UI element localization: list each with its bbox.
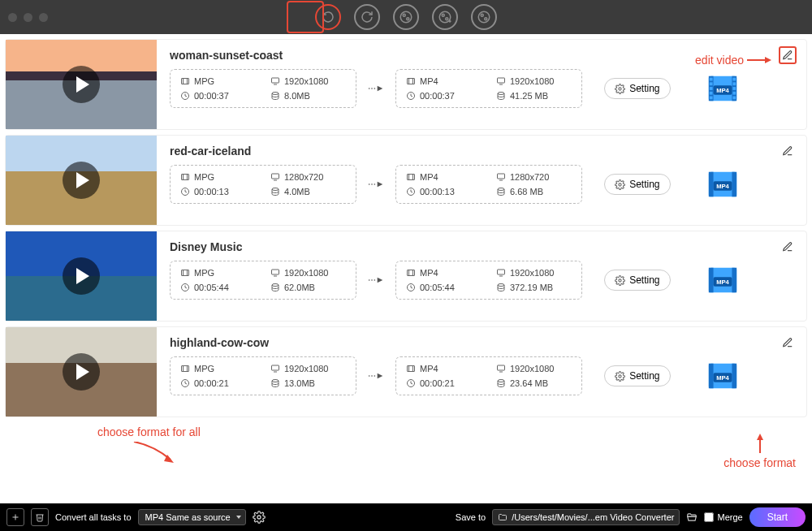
svg-rect-11 xyxy=(182,79,189,84)
dst-format: MP4 xyxy=(420,172,438,182)
play-icon[interactable] xyxy=(63,353,100,391)
svg-point-20 xyxy=(374,88,376,89)
source-info-card: MPG 1920x1080 00:05:44 62.0MB xyxy=(170,261,356,300)
close-window-icon[interactable] xyxy=(8,13,17,22)
src-format: MPG xyxy=(194,76,214,86)
svg-rect-35 xyxy=(710,92,713,95)
open-folder-icon[interactable] xyxy=(686,512,698,523)
src-resolution: 1920x1080 xyxy=(284,268,328,278)
film-plus-icon[interactable] xyxy=(393,4,419,30)
svg-rect-21 xyxy=(408,79,415,84)
svg-point-61 xyxy=(619,183,621,185)
svg-rect-110 xyxy=(732,364,736,389)
svg-point-2 xyxy=(407,18,409,20)
choose-format-button[interactable]: MP4 xyxy=(705,358,741,394)
svg-rect-36 xyxy=(710,97,713,100)
src-resolution: 1920x1080 xyxy=(284,364,328,373)
video-thumbnail[interactable] xyxy=(6,327,157,417)
svg-rect-93 xyxy=(272,365,279,370)
add-button[interactable] xyxy=(6,508,24,526)
video-thumbnail[interactable] xyxy=(6,231,157,321)
source-info-card: MPG 1920x1080 00:00:37 8.0MB xyxy=(170,69,356,108)
choose-format-button[interactable]: MP4 xyxy=(705,166,741,202)
play-icon[interactable] xyxy=(63,162,100,199)
dst-format: MP4 xyxy=(420,76,438,86)
target-info-card: MP4 1920x1080 00:00:21 23.64 MB xyxy=(395,356,582,395)
src-size: 4.0MB xyxy=(284,187,310,196)
edit-video-button[interactable] xyxy=(779,46,797,64)
src-format: MPG xyxy=(194,364,214,373)
video-title: Disney Music xyxy=(170,240,242,253)
film-icon[interactable] xyxy=(471,4,497,30)
refresh-dim-icon[interactable] xyxy=(354,4,380,30)
dst-resolution: 1920x1080 xyxy=(510,76,554,86)
gear-icon[interactable] xyxy=(253,511,266,524)
src-duration: 00:00:37 xyxy=(194,91,229,101)
src-format: MPG xyxy=(194,268,214,278)
svg-point-97 xyxy=(369,375,370,377)
setting-button[interactable]: Setting xyxy=(604,270,670,291)
play-icon[interactable] xyxy=(63,66,100,103)
svg-point-51 xyxy=(369,183,370,185)
svg-point-19 xyxy=(371,88,373,89)
dst-duration: 00:00:21 xyxy=(420,378,455,388)
bottom-bar: Convert all tasks to MP4 Same as source … xyxy=(0,503,812,531)
choose-format-button[interactable]: MP4 xyxy=(705,71,741,106)
svg-rect-57 xyxy=(498,174,505,179)
arrow-right-icon xyxy=(365,371,387,381)
convert-format-select[interactable]: MP4 Same as source xyxy=(138,509,246,525)
svg-point-9 xyxy=(481,14,483,16)
dst-size: 41.25 MB xyxy=(510,91,548,101)
svg-rect-86 xyxy=(709,268,714,293)
merge-input[interactable] xyxy=(704,512,714,522)
dst-format: MP4 xyxy=(420,268,438,278)
save-path-value: /Users/test/Movies/...em Video Converter xyxy=(512,512,674,522)
start-button[interactable]: Start xyxy=(749,507,806,527)
svg-rect-44 xyxy=(182,175,189,180)
delete-button[interactable] xyxy=(31,508,49,526)
svg-rect-70 xyxy=(272,270,279,274)
list-item: red-car-iceland MPG 1280x720 00:00:13 4.… xyxy=(5,135,807,226)
convert-format-value: MP4 Same as source xyxy=(145,512,231,522)
svg-rect-47 xyxy=(272,174,279,179)
video-title: red-car-iceland xyxy=(170,145,251,158)
zoom-window-icon[interactable] xyxy=(39,13,48,22)
edit-video-button[interactable] xyxy=(779,238,797,256)
video-thumbnail[interactable] xyxy=(6,136,157,225)
video-title: woman-sunset-coast xyxy=(170,49,283,62)
src-size: 8.0MB xyxy=(284,91,310,101)
conversion-list: woman-sunset-coast MPG 1920x1080 00:00:3… xyxy=(0,34,812,503)
setting-button[interactable]: Setting xyxy=(604,174,670,195)
video-thumbnail[interactable] xyxy=(6,40,157,129)
svg-point-8 xyxy=(478,11,490,23)
merge-checkbox[interactable]: Merge xyxy=(704,512,742,522)
toolbar-mode-icons xyxy=(315,4,497,30)
choose-format-button[interactable]: MP4 xyxy=(705,262,741,298)
src-format: MPG xyxy=(194,172,214,182)
save-path-field[interactable]: /Users/test/Movies/...em Video Converter xyxy=(492,509,680,525)
svg-text:MP4: MP4 xyxy=(716,278,729,286)
svg-rect-14 xyxy=(272,78,279,83)
setting-button[interactable]: Setting xyxy=(604,78,670,99)
film-plus2-icon[interactable] xyxy=(432,4,458,30)
minimize-window-icon[interactable] xyxy=(24,13,32,22)
edit-video-button[interactable] xyxy=(779,142,797,160)
refresh-icon[interactable] xyxy=(315,4,341,30)
svg-point-1 xyxy=(403,14,405,16)
svg-point-98 xyxy=(371,375,373,377)
setting-label: Setting xyxy=(629,179,659,190)
dst-duration: 00:05:44 xyxy=(420,283,455,292)
svg-point-53 xyxy=(374,183,376,185)
dst-duration: 00:00:37 xyxy=(420,91,455,101)
play-icon[interactable] xyxy=(63,257,100,295)
svg-rect-37 xyxy=(732,78,736,81)
edit-video-button[interactable] xyxy=(779,334,797,352)
list-item: Disney Music MPG 1920x1080 00:05:44 62.0… xyxy=(5,231,807,322)
setting-button[interactable]: Setting xyxy=(604,365,670,386)
window-controls[interactable] xyxy=(8,13,48,22)
dst-resolution: 1920x1080 xyxy=(510,364,554,373)
svg-rect-34 xyxy=(710,87,713,90)
src-size: 13.0MB xyxy=(284,378,315,388)
merge-label: Merge xyxy=(717,512,742,522)
svg-rect-90 xyxy=(182,366,189,372)
